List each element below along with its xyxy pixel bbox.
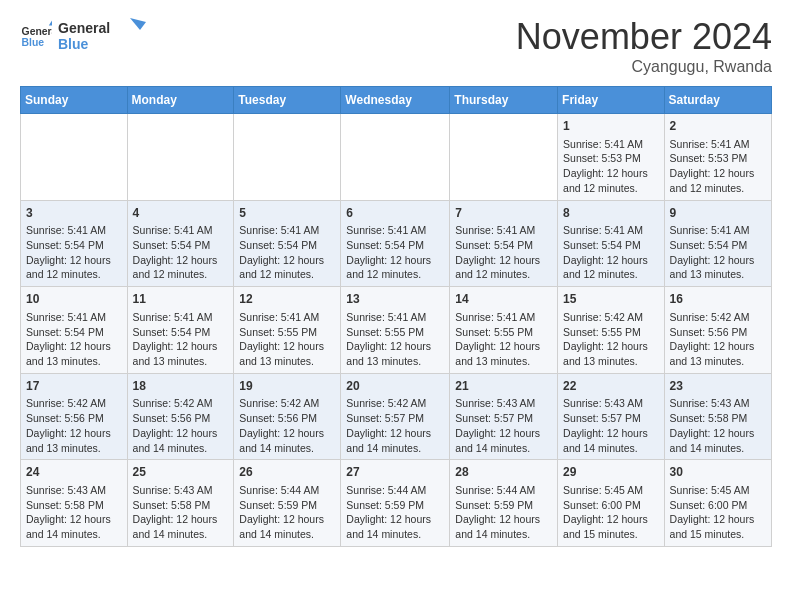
calendar-cell: 12Sunrise: 5:41 AM Sunset: 5:55 PM Dayli… [234, 287, 341, 374]
calendar-cell [234, 114, 341, 201]
calendar-cell: 18Sunrise: 5:42 AM Sunset: 5:56 PM Dayli… [127, 373, 234, 460]
day-info: Sunrise: 5:41 AM Sunset: 5:54 PM Dayligh… [670, 224, 755, 280]
calendar-cell: 1Sunrise: 5:41 AM Sunset: 5:53 PM Daylig… [558, 114, 665, 201]
svg-text:Blue: Blue [22, 37, 45, 48]
week-row-5: 24Sunrise: 5:43 AM Sunset: 5:58 PM Dayli… [21, 460, 772, 547]
day-info: Sunrise: 5:42 AM Sunset: 5:56 PM Dayligh… [670, 311, 755, 367]
header: General Blue General Blue November 2024 … [20, 16, 772, 76]
day-number: 17 [26, 378, 122, 395]
calendar-table: SundayMondayTuesdayWednesdayThursdayFrid… [20, 86, 772, 547]
svg-marker-5 [130, 18, 146, 30]
calendar-cell: 6Sunrise: 5:41 AM Sunset: 5:54 PM Daylig… [341, 200, 450, 287]
calendar-cell: 15Sunrise: 5:42 AM Sunset: 5:55 PM Dayli… [558, 287, 665, 374]
week-row-3: 10Sunrise: 5:41 AM Sunset: 5:54 PM Dayli… [21, 287, 772, 374]
logo-svg: General Blue [58, 16, 148, 54]
day-info: Sunrise: 5:42 AM Sunset: 5:56 PM Dayligh… [133, 397, 218, 453]
weekday-header-tuesday: Tuesday [234, 87, 341, 114]
day-number: 6 [346, 205, 444, 222]
week-row-1: 1Sunrise: 5:41 AM Sunset: 5:53 PM Daylig… [21, 114, 772, 201]
calendar-cell: 22Sunrise: 5:43 AM Sunset: 5:57 PM Dayli… [558, 373, 665, 460]
day-info: Sunrise: 5:44 AM Sunset: 5:59 PM Dayligh… [239, 484, 324, 540]
calendar-cell: 23Sunrise: 5:43 AM Sunset: 5:58 PM Dayli… [664, 373, 771, 460]
day-number: 28 [455, 464, 552, 481]
day-number: 25 [133, 464, 229, 481]
weekday-header-thursday: Thursday [450, 87, 558, 114]
calendar-cell: 14Sunrise: 5:41 AM Sunset: 5:55 PM Dayli… [450, 287, 558, 374]
day-number: 26 [239, 464, 335, 481]
calendar-cell [127, 114, 234, 201]
calendar-cell: 3Sunrise: 5:41 AM Sunset: 5:54 PM Daylig… [21, 200, 128, 287]
day-info: Sunrise: 5:41 AM Sunset: 5:54 PM Dayligh… [346, 224, 431, 280]
day-number: 11 [133, 291, 229, 308]
day-number: 5 [239, 205, 335, 222]
calendar-cell: 29Sunrise: 5:45 AM Sunset: 6:00 PM Dayli… [558, 460, 665, 547]
day-number: 22 [563, 378, 659, 395]
calendar-cell: 25Sunrise: 5:43 AM Sunset: 5:58 PM Dayli… [127, 460, 234, 547]
day-info: Sunrise: 5:42 AM Sunset: 5:56 PM Dayligh… [26, 397, 111, 453]
calendar-cell: 24Sunrise: 5:43 AM Sunset: 5:58 PM Dayli… [21, 460, 128, 547]
day-info: Sunrise: 5:41 AM Sunset: 5:55 PM Dayligh… [346, 311, 431, 367]
day-info: Sunrise: 5:41 AM Sunset: 5:53 PM Dayligh… [563, 138, 648, 194]
day-number: 20 [346, 378, 444, 395]
day-info: Sunrise: 5:41 AM Sunset: 5:54 PM Dayligh… [133, 311, 218, 367]
calendar-cell: 21Sunrise: 5:43 AM Sunset: 5:57 PM Dayli… [450, 373, 558, 460]
day-info: Sunrise: 5:42 AM Sunset: 5:55 PM Dayligh… [563, 311, 648, 367]
weekday-header-friday: Friday [558, 87, 665, 114]
day-info: Sunrise: 5:45 AM Sunset: 6:00 PM Dayligh… [563, 484, 648, 540]
title-block: November 2024 Cyangugu, Rwanda [516, 16, 772, 76]
day-number: 8 [563, 205, 659, 222]
day-info: Sunrise: 5:43 AM Sunset: 5:57 PM Dayligh… [455, 397, 540, 453]
calendar-cell [341, 114, 450, 201]
day-number: 4 [133, 205, 229, 222]
svg-marker-2 [49, 21, 52, 26]
day-info: Sunrise: 5:41 AM Sunset: 5:54 PM Dayligh… [26, 311, 111, 367]
calendar-cell: 4Sunrise: 5:41 AM Sunset: 5:54 PM Daylig… [127, 200, 234, 287]
day-number: 16 [670, 291, 766, 308]
calendar-cell: 28Sunrise: 5:44 AM Sunset: 5:59 PM Dayli… [450, 460, 558, 547]
calendar-cell: 9Sunrise: 5:41 AM Sunset: 5:54 PM Daylig… [664, 200, 771, 287]
day-info: Sunrise: 5:41 AM Sunset: 5:54 PM Dayligh… [133, 224, 218, 280]
calendar-cell: 19Sunrise: 5:42 AM Sunset: 5:56 PM Dayli… [234, 373, 341, 460]
day-info: Sunrise: 5:43 AM Sunset: 5:58 PM Dayligh… [133, 484, 218, 540]
logo-icon: General Blue [20, 19, 52, 51]
calendar-cell: 30Sunrise: 5:45 AM Sunset: 6:00 PM Dayli… [664, 460, 771, 547]
weekday-header-row: SundayMondayTuesdayWednesdayThursdayFrid… [21, 87, 772, 114]
day-info: Sunrise: 5:44 AM Sunset: 5:59 PM Dayligh… [455, 484, 540, 540]
calendar-cell: 26Sunrise: 5:44 AM Sunset: 5:59 PM Dayli… [234, 460, 341, 547]
day-number: 23 [670, 378, 766, 395]
calendar-cell: 27Sunrise: 5:44 AM Sunset: 5:59 PM Dayli… [341, 460, 450, 547]
day-number: 30 [670, 464, 766, 481]
day-info: Sunrise: 5:43 AM Sunset: 5:58 PM Dayligh… [26, 484, 111, 540]
day-info: Sunrise: 5:41 AM Sunset: 5:55 PM Dayligh… [239, 311, 324, 367]
calendar-cell: 2Sunrise: 5:41 AM Sunset: 5:53 PM Daylig… [664, 114, 771, 201]
month-title: November 2024 [516, 16, 772, 58]
day-number: 24 [26, 464, 122, 481]
calendar-cell: 20Sunrise: 5:42 AM Sunset: 5:57 PM Dayli… [341, 373, 450, 460]
day-number: 9 [670, 205, 766, 222]
week-row-4: 17Sunrise: 5:42 AM Sunset: 5:56 PM Dayli… [21, 373, 772, 460]
day-number: 14 [455, 291, 552, 308]
day-info: Sunrise: 5:41 AM Sunset: 5:54 PM Dayligh… [26, 224, 111, 280]
day-info: Sunrise: 5:43 AM Sunset: 5:57 PM Dayligh… [563, 397, 648, 453]
page: General Blue General Blue November 2024 … [0, 0, 792, 563]
day-number: 27 [346, 464, 444, 481]
logo: General Blue General Blue [20, 16, 148, 54]
day-number: 7 [455, 205, 552, 222]
day-number: 2 [670, 118, 766, 135]
day-number: 12 [239, 291, 335, 308]
week-row-2: 3Sunrise: 5:41 AM Sunset: 5:54 PM Daylig… [21, 200, 772, 287]
svg-text:Blue: Blue [58, 36, 89, 52]
day-number: 13 [346, 291, 444, 308]
calendar-cell: 5Sunrise: 5:41 AM Sunset: 5:54 PM Daylig… [234, 200, 341, 287]
day-info: Sunrise: 5:41 AM Sunset: 5:54 PM Dayligh… [239, 224, 324, 280]
svg-text:General: General [58, 20, 110, 36]
day-number: 18 [133, 378, 229, 395]
day-number: 15 [563, 291, 659, 308]
weekday-header-sunday: Sunday [21, 87, 128, 114]
location: Cyangugu, Rwanda [516, 58, 772, 76]
day-number: 1 [563, 118, 659, 135]
day-info: Sunrise: 5:41 AM Sunset: 5:53 PM Dayligh… [670, 138, 755, 194]
day-info: Sunrise: 5:42 AM Sunset: 5:56 PM Dayligh… [239, 397, 324, 453]
calendar-cell [21, 114, 128, 201]
calendar-cell: 8Sunrise: 5:41 AM Sunset: 5:54 PM Daylig… [558, 200, 665, 287]
